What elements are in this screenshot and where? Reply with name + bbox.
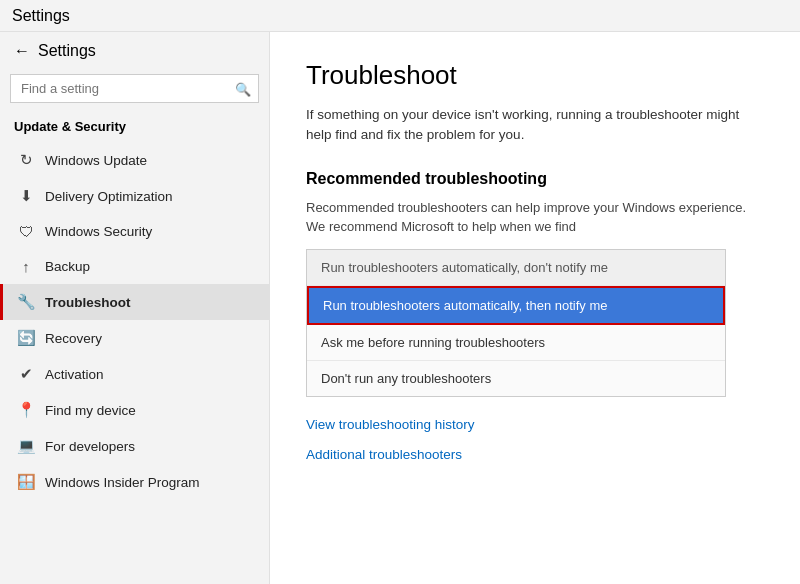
sidebar-item-windows-security[interactable]: 🛡 Windows Security <box>0 214 269 249</box>
sidebar-item-insider[interactable]: 🪟 Windows Insider Program <box>0 464 269 500</box>
windows-update-icon: ↻ <box>17 151 35 169</box>
delivery-icon: ⬇ <box>17 187 35 205</box>
sidebar-item-delivery-optimization[interactable]: ⬇ Delivery Optimization <box>0 178 269 214</box>
dropdown-item-ask-before[interactable]: Ask me before running troubleshooters <box>307 325 725 361</box>
sidebar-item-label: Windows Update <box>45 153 147 168</box>
sidebar-item-activation[interactable]: ✔ Activation <box>0 356 269 392</box>
page-title: Troubleshoot <box>306 60 764 91</box>
section-title: Update & Security <box>0 113 269 142</box>
sidebar-item-label: Activation <box>45 367 104 382</box>
sidebar-item-recovery[interactable]: 🔄 Recovery <box>0 320 269 356</box>
sidebar-item-label: Windows Security <box>45 224 152 239</box>
sidebar: ← Settings 🔍 Update & Security ↻ Windows… <box>0 32 270 584</box>
insider-icon: 🪟 <box>17 473 35 491</box>
search-input[interactable] <box>10 74 259 103</box>
developers-icon: 💻 <box>17 437 35 455</box>
page-description: If something on your device isn't workin… <box>306 105 764 146</box>
sidebar-item-label: For developers <box>45 439 135 454</box>
dropdown-item-dont-notify[interactable]: Run troubleshooters automatically, don't… <box>307 250 725 286</box>
section-description: Recommended troubleshooters can help imp… <box>306 198 764 237</box>
dropdown-item-notify[interactable]: Run troubleshooters automatically, then … <box>307 286 725 325</box>
sidebar-item-label: Windows Insider Program <box>45 475 200 490</box>
sidebar-item-label: Find my device <box>45 403 136 418</box>
back-button[interactable]: ← Settings <box>0 32 269 70</box>
view-history-link[interactable]: View troubleshooting history <box>306 417 475 432</box>
sidebar-item-troubleshoot[interactable]: 🔧 Troubleshoot <box>0 284 269 320</box>
sidebar-item-developers[interactable]: 💻 For developers <box>0 428 269 464</box>
find-device-icon: 📍 <box>17 401 35 419</box>
sidebar-item-find-device[interactable]: 📍 Find my device <box>0 392 269 428</box>
search-icon: 🔍 <box>235 81 251 96</box>
dropdown-item-dont-run[interactable]: Don't run any troubleshooters <box>307 361 725 396</box>
content-area: Troubleshoot If something on your device… <box>270 32 800 584</box>
troubleshoot-icon: 🔧 <box>17 293 35 311</box>
security-icon: 🛡 <box>17 223 35 240</box>
recovery-icon: 🔄 <box>17 329 35 347</box>
title-bar: Settings <box>0 0 800 32</box>
sidebar-item-backup[interactable]: ↑ Backup <box>0 249 269 284</box>
sidebar-item-windows-update[interactable]: ↻ Windows Update <box>0 142 269 178</box>
search-container: 🔍 <box>10 74 259 103</box>
back-icon: ← <box>14 42 30 60</box>
title-bar-text: Settings <box>12 7 70 25</box>
sidebar-item-label: Delivery Optimization <box>45 189 173 204</box>
back-label: Settings <box>38 42 96 60</box>
sidebar-item-label: Backup <box>45 259 90 274</box>
troubleshoot-dropdown: Run troubleshooters automatically, don't… <box>306 249 726 397</box>
backup-icon: ↑ <box>17 258 35 275</box>
section-title: Recommended troubleshooting <box>306 170 764 188</box>
sidebar-item-label: Troubleshoot <box>45 295 131 310</box>
sidebar-item-label: Recovery <box>45 331 102 346</box>
main-container: ← Settings 🔍 Update & Security ↻ Windows… <box>0 32 800 584</box>
activation-icon: ✔ <box>17 365 35 383</box>
additional-troubleshooters-link[interactable]: Additional troubleshooters <box>306 447 462 462</box>
